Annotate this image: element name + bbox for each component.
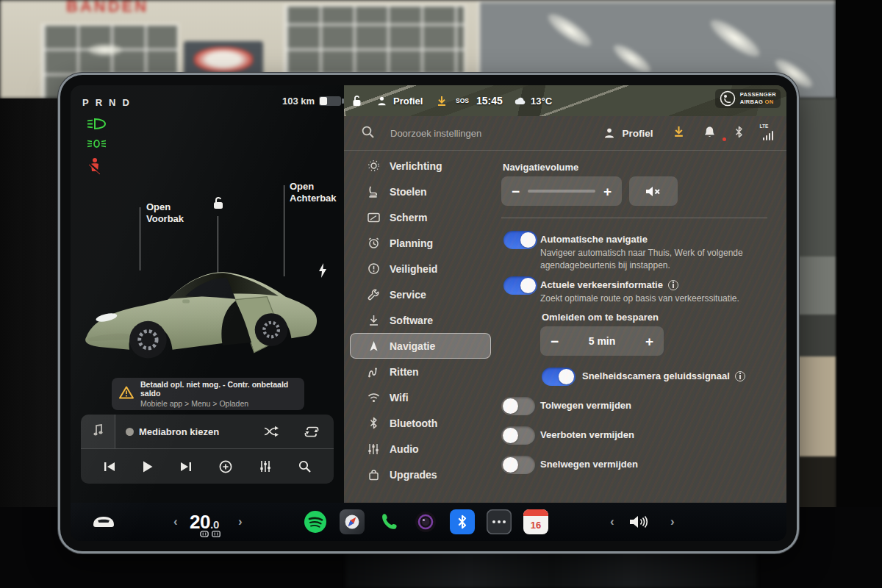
info-icon[interactable] — [735, 371, 745, 381]
navigation-settings-content: Navigatievolume − + Automatische navigat… — [344, 116, 786, 503]
climate-mini-icons — [200, 531, 220, 537]
airbag-icon — [720, 90, 736, 107]
mute-speaker-icon — [645, 185, 662, 198]
battery-icon — [319, 96, 341, 106]
media-source-tab[interactable] — [81, 415, 115, 448]
temp-value: 20 — [190, 511, 210, 534]
settings-panel: Doorzoek instellingen Profiel LTE — [344, 116, 786, 503]
car-controls-button[interactable] — [91, 514, 116, 530]
map-profile-button[interactable]: Profiel — [376, 85, 423, 116]
detour-label: Omleiden om te besparen — [542, 312, 659, 323]
map-strip[interactable]: Profiel SOS 15:45 13°C PASSENGER AIRBAG … — [344, 85, 786, 116]
repeat-icon[interactable] — [304, 426, 319, 438]
media-search-button[interactable] — [298, 460, 311, 473]
more-apps-icon[interactable] — [487, 509, 512, 534]
avoid-highways-toggle[interactable] — [501, 456, 535, 474]
airbag-text-line2: AIRBAG — [740, 98, 763, 105]
speed-camera-toggle[interactable] — [542, 368, 576, 386]
gear-d: D — [122, 97, 129, 108]
temp-decimal: .0 — [210, 518, 220, 531]
open-frunk-button[interactable]: Open Voorbak — [146, 201, 184, 226]
add-to-favorites-button[interactable] — [219, 460, 232, 473]
warning-title: Betaald opl. niet mog. - Contr. onbetaal… — [140, 380, 297, 398]
volume-track[interactable] — [528, 190, 595, 193]
section-divider — [501, 218, 767, 218]
avoid-ferries-toggle[interactable] — [501, 426, 535, 445]
camera-app-icon[interactable] — [413, 509, 438, 534]
gear-indicator: PRND — [82, 97, 136, 108]
temp-up-chevron[interactable]: › — [238, 514, 243, 529]
nav-volume-slider[interactable]: − + — [501, 176, 622, 206]
equalizer-button[interactable] — [259, 460, 271, 473]
open-trunk-label-line1: Open — [290, 181, 337, 193]
mute-button[interactable] — [629, 176, 678, 206]
live-traffic-desc: Zoekt optimale route op basis van verkee… — [540, 293, 768, 305]
spotify-app-icon[interactable] — [303, 509, 328, 534]
media-source-picker[interactable]: Mediabron kiezen — [126, 426, 219, 437]
previous-track-button[interactable] — [104, 462, 115, 472]
car-visualization[interactable] — [76, 231, 330, 377]
weather: 13°C — [514, 85, 552, 116]
cabin-temperature[interactable]: 20.0 — [190, 511, 219, 534]
temp-down-chevron[interactable]: ‹ — [173, 514, 178, 529]
settings-region: Profiel SOS 15:45 13°C PASSENGER AIRBAG … — [344, 85, 786, 503]
open-trunk-label-line2: Achterbak — [290, 193, 337, 204]
calendar-day: 16 — [531, 520, 541, 531]
interior-pillar — [836, 0, 882, 588]
auto-navigation-desc: Navigeer automatisch naar Thuis, Werk of… — [540, 247, 768, 272]
volume-down-chevron[interactable]: ‹ — [610, 514, 614, 529]
volume-plus-button[interactable]: + — [603, 184, 612, 198]
map-profile-label: Profiel — [393, 96, 423, 107]
passenger-airbag-indicator: PASSENGER AIRBAG ON — [715, 89, 781, 108]
media-source-logo — [126, 428, 134, 436]
defrost-icon — [200, 531, 209, 537]
phone-app-icon[interactable] — [376, 509, 401, 534]
vehicle-status-panel: PRND 103 km Open Voorbak Open Achterbak — [71, 85, 344, 503]
live-traffic-toggle[interactable] — [503, 276, 537, 295]
open-trunk-button[interactable]: Open Achterbak — [290, 181, 337, 205]
volume-minus-button[interactable]: − — [512, 184, 520, 198]
unlock-icon[interactable] — [211, 196, 226, 213]
position-lights-icon — [87, 138, 107, 152]
auto-navigation-toggle[interactable] — [503, 231, 537, 249]
building-sign-text: BANDEN — [66, 0, 148, 16]
avoid-ferries-label: Veerboten vermijden — [540, 429, 634, 440]
speed-camera-title: Snelheidscamera geluidssignaal — [582, 370, 745, 381]
display: PRND 103 km Open Voorbak Open Achterbak — [71, 85, 786, 541]
clock: 15:45 — [476, 85, 503, 116]
outside-temp: 13°C — [531, 96, 552, 107]
gear-n: N — [109, 97, 115, 108]
building-logo-sign — [184, 41, 263, 78]
avoid-tolls-toggle[interactable] — [501, 397, 535, 415]
sos-icon[interactable]: SOS — [456, 85, 469, 116]
shuffle-icon[interactable] — [264, 426, 279, 438]
charge-port-bolt-icon[interactable] — [318, 263, 328, 281]
music-note-icon — [93, 424, 103, 440]
sos-label: SOS — [456, 97, 469, 104]
bluetooth-app-icon[interactable] — [450, 509, 475, 534]
charging-warning-banner[interactable]: Betaald opl. niet mog. - Contr. onbetaal… — [112, 378, 304, 410]
map-update-icon[interactable] — [437, 85, 447, 116]
calendar-app-icon[interactable]: 16 — [523, 509, 548, 534]
gear-r: R — [96, 97, 102, 108]
live-traffic-title: Actuele verkeersinformatie — [540, 279, 678, 290]
volume-up-chevron[interactable]: › — [670, 514, 675, 529]
warning-subtitle: Mobiele app > Menu > Opladen — [140, 399, 297, 408]
cloud-icon — [514, 97, 527, 105]
airbag-text-line1: PASSENGER — [740, 91, 776, 98]
detour-plus-button[interactable]: + — [645, 334, 653, 348]
maps-app-icon[interactable] — [340, 509, 365, 534]
low-beam-icon — [87, 118, 107, 133]
detour-stepper[interactable]: − 5 min + — [540, 326, 664, 356]
defrost-rear-icon — [212, 531, 220, 537]
media-player: Mediabron kiezen — [81, 415, 334, 484]
play-button[interactable] — [143, 461, 153, 473]
detour-minus-button[interactable]: − — [551, 334, 559, 348]
warning-triangle-icon — [119, 386, 134, 402]
tesla-touchscreen: PRND 103 km Open Voorbak Open Achterbak — [60, 75, 797, 551]
lock-status-icon[interactable] — [351, 85, 362, 116]
next-track-button[interactable] — [180, 462, 192, 472]
volume-speaker-icon[interactable] — [629, 514, 650, 530]
detour-value: 5 min — [589, 335, 616, 347]
info-icon[interactable] — [668, 280, 678, 290]
